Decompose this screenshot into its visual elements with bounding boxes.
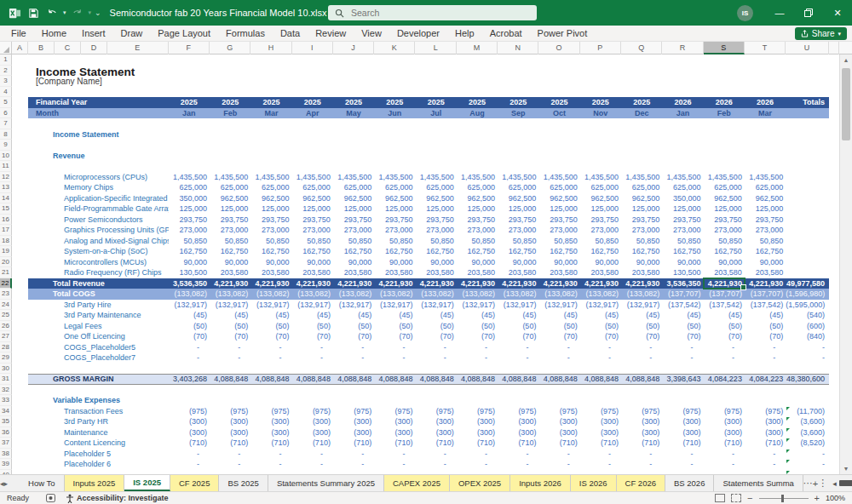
cell[interactable]: 962,500	[580, 193, 621, 204]
label-legal-fees[interactable]: Legal Fees	[28, 321, 169, 332]
cell-total[interactable]: -	[786, 459, 829, 470]
sheet-tab-is-2026[interactable]: IS 2026	[571, 475, 617, 491]
cell[interactable]: 293,750	[538, 215, 579, 226]
minimize-button[interactable]: —	[765, 0, 794, 26]
hscroll-left-icon[interactable]: ◂	[832, 479, 837, 488]
row-header-12[interactable]: 12	[0, 172, 12, 183]
cell[interactable]: 4,221,930	[333, 278, 374, 289]
cell[interactable]: 50,850	[662, 236, 703, 247]
cell[interactable]: 162,750	[210, 246, 250, 257]
cell[interactable]: 2025	[498, 97, 538, 108]
cell[interactable]: (50)	[662, 321, 703, 332]
cell[interactable]: (70)	[538, 331, 579, 342]
cell[interactable]: (50)	[169, 321, 210, 332]
cell[interactable]: -	[621, 352, 662, 364]
cell[interactable]: 125,000	[580, 203, 621, 215]
cell[interactable]: (300)	[621, 416, 662, 427]
cell[interactable]: 2025	[621, 97, 662, 108]
cell[interactable]: 962,500	[538, 193, 579, 204]
cell[interactable]: -	[250, 459, 291, 470]
vertical-scrollbar-thumb[interactable]	[842, 68, 850, 140]
cell[interactable]: (132,917)	[292, 300, 333, 311]
cell[interactable]: 162,750	[498, 246, 538, 257]
label-3rd-party-maintenance[interactable]: 3rd Party Maintenance	[28, 310, 169, 321]
cell[interactable]: 125,000	[292, 203, 333, 215]
selected-cell-outline[interactable]	[703, 278, 746, 290]
cell[interactable]: 2025	[374, 97, 415, 108]
cell[interactable]: (300)	[580, 427, 621, 438]
cell[interactable]: (300)	[745, 416, 786, 427]
row-header-21[interactable]: 21	[0, 267, 12, 278]
cell[interactable]: (300)	[210, 427, 250, 438]
cell[interactable]: 962,500	[333, 193, 374, 204]
cell[interactable]: (50)	[580, 321, 621, 332]
cell-total[interactable]: (11,700)	[786, 406, 829, 417]
row-header-11[interactable]: 11	[0, 161, 12, 172]
label-cogs-placeholder7[interactable]: COGS_Placeholder7	[28, 352, 169, 364]
cell[interactable]: 203,580	[292, 267, 333, 278]
cell[interactable]: Nov	[580, 108, 621, 119]
sheet-ellipsis-icon[interactable]: ⋯	[803, 475, 813, 491]
row-header-15[interactable]: 15	[0, 203, 12, 215]
cell[interactable]: 1,435,500	[333, 172, 374, 183]
cell[interactable]: (300)	[416, 427, 457, 438]
column-header-Q[interactable]: Q	[621, 42, 662, 54]
ribbon-tab-help[interactable]: Help	[447, 26, 482, 42]
cell[interactable]: 125,000	[704, 203, 745, 215]
scroll-down-icon[interactable]: ▼	[840, 463, 852, 474]
row-header-28[interactable]: 28	[0, 342, 12, 353]
cell[interactable]: -	[621, 459, 662, 470]
close-button[interactable]: ✕	[823, 0, 852, 26]
cell[interactable]: 350,000	[169, 193, 210, 204]
cell[interactable]: -	[210, 459, 250, 470]
label-month[interactable]: Month	[28, 108, 169, 119]
cell[interactable]: 273,000	[538, 225, 579, 236]
sheet-tab-is-2025[interactable]: IS 2025	[124, 475, 170, 491]
cell[interactable]: 4,088,848	[416, 374, 457, 385]
cell[interactable]: (975)	[704, 406, 745, 417]
cell[interactable]: 625,000	[210, 182, 250, 193]
cell[interactable]: 162,750	[662, 246, 703, 257]
cell[interactable]: 2026	[745, 97, 786, 108]
ribbon-tab-power-pivot[interactable]: Power Pivot	[530, 26, 596, 42]
label-maintenance[interactable]: Maintenance	[28, 427, 169, 438]
cell[interactable]: 293,750	[745, 215, 786, 226]
cell[interactable]: 962,500	[374, 193, 415, 204]
cell[interactable]: 90,000	[210, 257, 250, 268]
cell[interactable]: -	[745, 459, 786, 470]
cell[interactable]: 273,000	[704, 225, 745, 236]
cell[interactable]: 273,000	[169, 225, 210, 236]
cell[interactable]: 203,580	[538, 267, 579, 278]
cell[interactable]: Jul	[416, 108, 457, 119]
cell[interactable]: 293,750	[498, 215, 538, 226]
cell[interactable]: 350,000	[662, 193, 703, 204]
cell[interactable]: (975)	[250, 406, 291, 417]
sheet-tab-inputs-2025[interactable]: Inputs 2025	[65, 475, 125, 491]
cell[interactable]: (70)	[704, 331, 745, 342]
cell[interactable]: (710)	[704, 438, 745, 449]
cell[interactable]: (137,707)	[704, 289, 745, 300]
label-variable-expenses[interactable]: Variable Expenses	[28, 395, 169, 406]
column-header-I[interactable]: I	[292, 42, 333, 54]
row-header-13[interactable]: 13	[0, 182, 12, 193]
cell[interactable]: 2025	[169, 97, 210, 108]
cell[interactable]: 273,000	[580, 225, 621, 236]
cell[interactable]: (710)	[745, 438, 786, 449]
cell[interactable]: -	[292, 449, 333, 460]
cell[interactable]: (710)	[457, 438, 498, 449]
sheet-tab-opex-2025[interactable]: OPEX 2025	[450, 475, 510, 491]
cell[interactable]: 162,750	[457, 246, 498, 257]
label-income-statement[interactable]: Income Statement	[28, 129, 169, 140]
cell-total[interactable]: (1,596,980)	[786, 289, 829, 300]
cell[interactable]: (133,082)	[169, 289, 210, 300]
ribbon-tab-data[interactable]: Data	[273, 26, 308, 42]
cell[interactable]: 625,000	[538, 182, 579, 193]
cell[interactable]: (45)	[333, 310, 374, 321]
ribbon-tab-draw[interactable]: Draw	[113, 26, 151, 42]
cell[interactable]: (300)	[333, 427, 374, 438]
cell[interactable]: 4,221,930	[621, 278, 662, 289]
cell[interactable]: (300)	[292, 416, 333, 427]
cell[interactable]: 125,000	[169, 203, 210, 215]
cell[interactable]: (45)	[662, 310, 703, 321]
cell[interactable]: (50)	[621, 321, 662, 332]
